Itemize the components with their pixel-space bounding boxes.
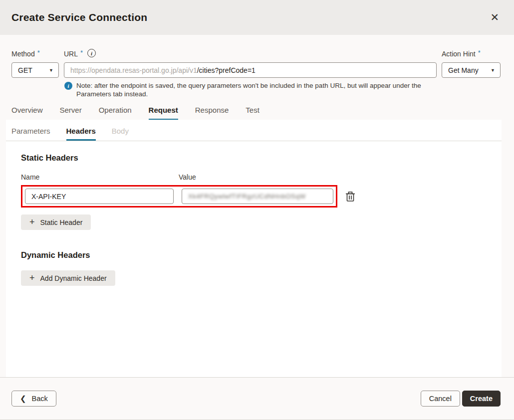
static-header-row: X-API-KEY Xk4FRQywlwfTIFRgzUCdNHnbOSqW xyxy=(21,185,502,208)
header-value-input[interactable]: Xk4FRQywlwfTIFRgzUCdNHnbOSqW xyxy=(182,189,333,204)
chevron-left-icon: ❮ xyxy=(20,394,26,403)
required-asterisk: * xyxy=(478,50,481,56)
header-value-redacted: Xk4FRQywlwfTIFRgzUCdNHnbOSqW xyxy=(188,193,306,200)
highlight-annotation-box: X-API-KEY Xk4FRQywlwfTIFRgzUCdNHnbOSqW xyxy=(21,185,337,208)
delete-header-button[interactable] xyxy=(344,190,356,203)
create-button[interactable]: Create xyxy=(462,391,501,407)
url-field: URL * i https://opendata.resas-portal.go… xyxy=(64,50,437,78)
url-label: URL * i xyxy=(64,50,437,58)
back-button[interactable]: ❮ Back xyxy=(11,391,56,407)
request-tab-panel: Parameters Headers Body Static Headers N… xyxy=(6,120,502,377)
url-note: i Note: after the endpoint is saved, the… xyxy=(0,78,514,98)
method-select[interactable]: GET ▼ xyxy=(11,62,59,78)
action-hint-select[interactable]: Get Many ▼ xyxy=(442,62,501,78)
method-selected-value: GET xyxy=(18,66,32,74)
add-static-header-label: Static Header xyxy=(40,218,83,226)
tab-test[interactable]: Test xyxy=(246,106,259,120)
info-badge-icon: i xyxy=(64,82,72,90)
plus-icon: + xyxy=(29,273,35,282)
dialog-footer: ❮ Back Cancel Create xyxy=(0,377,514,420)
url-path-text: /cities?prefCode=1 xyxy=(197,66,256,74)
url-input[interactable]: https://opendata.resas-portal.go.jp/api/… xyxy=(64,62,437,78)
headers-content: Static Headers Name Value X-API-KEY Xk4F… xyxy=(6,141,502,286)
required-asterisk: * xyxy=(80,50,83,56)
close-icon[interactable]: ✕ xyxy=(488,10,501,25)
subtab-headers[interactable]: Headers xyxy=(66,127,96,141)
tab-overview[interactable]: Overview xyxy=(11,106,43,120)
value-column-label: Value xyxy=(179,173,196,181)
method-label-text: Method xyxy=(11,50,35,58)
caret-down-icon: ▼ xyxy=(49,68,53,73)
url-prefix-text: https://opendata.resas-portal.go.jp/api/… xyxy=(70,66,197,74)
tab-operation[interactable]: Operation xyxy=(99,106,132,120)
action-hint-selected-value: Get Many xyxy=(448,66,479,74)
header-column-labels: Name Value xyxy=(21,173,502,181)
note-text: Note: after the endpoint is saved, the q… xyxy=(76,81,432,98)
add-static-header-button[interactable]: + Static Header xyxy=(21,214,91,230)
dialog-header: Create Service Connection ✕ xyxy=(0,0,514,35)
request-subtabbar: Parameters Headers Body xyxy=(6,120,502,141)
tab-response[interactable]: Response xyxy=(195,106,229,120)
back-button-label: Back xyxy=(32,395,48,403)
tab-request[interactable]: Request xyxy=(149,106,178,120)
main-tabbar: Overview Server Operation Request Respon… xyxy=(0,98,514,120)
action-hint-field: Action Hint * Get Many ▼ xyxy=(442,50,501,78)
info-icon[interactable]: i xyxy=(87,49,96,57)
endpoint-form-row: Method * GET ▼ URL * i https://opendata.… xyxy=(0,35,514,78)
dialog-title: Create Service Connection xyxy=(11,11,147,23)
action-hint-label: Action Hint * xyxy=(442,50,501,58)
action-hint-label-text: Action Hint xyxy=(442,50,476,58)
cancel-button[interactable]: Cancel xyxy=(421,391,460,407)
url-label-text: URL xyxy=(64,50,78,58)
add-dynamic-header-button[interactable]: + Add Dynamic Header xyxy=(21,270,115,286)
tab-server[interactable]: Server xyxy=(60,106,82,120)
add-dynamic-header-label: Add Dynamic Header xyxy=(40,274,107,282)
required-asterisk: * xyxy=(37,50,40,56)
method-field: Method * GET ▼ xyxy=(11,50,59,78)
create-service-connection-dialog: { "colors": { "accent_teal": "#1b7496", … xyxy=(0,0,514,420)
subtab-body: Body xyxy=(112,127,129,141)
header-name-value: X-API-KEY xyxy=(31,193,66,201)
static-headers-title: Static Headers xyxy=(21,153,502,163)
footer-actions: Cancel Create xyxy=(421,391,501,407)
header-name-input[interactable]: X-API-KEY xyxy=(25,189,174,204)
method-label: Method * xyxy=(11,50,59,58)
subtab-parameters[interactable]: Parameters xyxy=(11,127,50,141)
name-column-label: Name xyxy=(21,173,179,181)
caret-down-icon: ▼ xyxy=(491,68,495,73)
plus-icon: + xyxy=(29,217,35,226)
dynamic-headers-title: Dynamic Headers xyxy=(21,250,502,260)
trash-icon xyxy=(345,191,355,202)
